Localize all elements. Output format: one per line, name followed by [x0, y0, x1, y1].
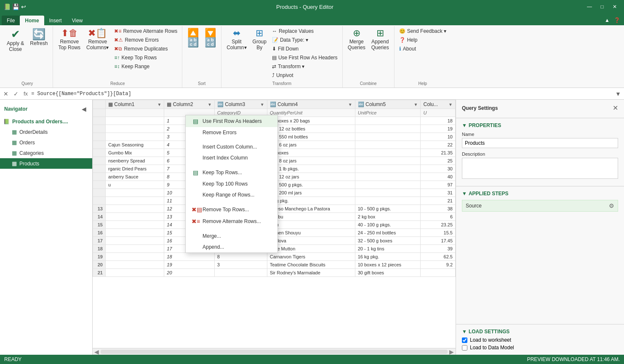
tab-view[interactable]: View	[67, 16, 88, 25]
row-num-17: 19	[93, 253, 106, 261]
refresh-button[interactable]: 🔄 Refresh	[27, 27, 50, 48]
nav-item-categories[interactable]: ▦ Categories	[0, 148, 92, 158]
col-header-6[interactable]: Colu... ▼	[421, 100, 456, 109]
keep-top-rows-button[interactable]: ≡↑ Keep Top Rows	[112, 53, 179, 62]
use-first-row-menu-label: Use First Row As Headers	[203, 118, 262, 124]
menu-merge[interactable]: Merge...	[186, 231, 277, 242]
row-num-16: 18	[93, 245, 106, 253]
menu-insert-index-column[interactable]: Insert Index Column	[186, 152, 277, 163]
nav-item-orderdetails[interactable]: ▦ OrderDetails	[0, 127, 92, 137]
menu-keep-range-rows[interactable]: Keep Range of Rows...	[186, 189, 277, 200]
menu-keep-top-100[interactable]: Keep Top 100 Rows	[186, 178, 277, 189]
qs-desc-textarea[interactable]	[462, 158, 618, 179]
load-worksheet-checkbox[interactable]	[462, 337, 467, 343]
query-group-label: Query	[4, 80, 50, 87]
table-row[interactable]: 19 18 8 Carnarvon Tigers 16 kg pkg. 62.5	[93, 253, 456, 261]
tab-file[interactable]: File	[2, 16, 20, 25]
scroll-left-icon[interactable]: ◀	[94, 348, 99, 355]
unpivot-icon: ⤴	[272, 72, 275, 78]
remove-top-rows-button[interactable]: ⬆🗑 RemoveTop Rows	[56, 27, 83, 52]
remove-duplicates-button[interactable]: ✖⧉ Remove Duplicates	[112, 45, 179, 53]
nav-item-products[interactable]: ▦ Products	[0, 158, 92, 169]
col-header-5[interactable]: 🔤 Column5 ▼	[355, 100, 421, 109]
col4-filter-icon[interactable]: ▼	[348, 102, 352, 107]
col-header-4[interactable]: 🔤 Column4 ▼	[267, 100, 355, 109]
merge-queries-button[interactable]: ⊕ MergeQueries	[345, 27, 368, 52]
nav-group-products-orders[interactable]: 📗 Products and Orders....	[0, 117, 92, 127]
replace-values-button[interactable]: ↔ Replace Values	[270, 27, 340, 35]
group-by-button[interactable]: ⊞ GroupBy	[250, 27, 269, 52]
unpivot-button[interactable]: ⤴ Unpivot	[270, 71, 340, 80]
applied-step-label: Source	[466, 203, 482, 209]
menu-use-first-row[interactable]: ▤ Use First Row As Headers	[186, 115, 277, 127]
reduce-group-content: ⬆🗑 RemoveTop Rows ✖📋 RemoveColumns▾ ✖≡ R…	[56, 27, 179, 80]
quick-access-undo[interactable]: ↩	[21, 3, 26, 10]
menu-remove-errors[interactable]: Remove Errors	[186, 127, 277, 138]
scroll-right-icon[interactable]: ▶	[449, 348, 454, 355]
navigator-collapse-button[interactable]: ◀	[80, 105, 88, 113]
formula-expand-button[interactable]: ▼	[614, 90, 622, 98]
transform-small-buttons: ↔ Replace Values 📝 Data Type: ▾ ⬇ Fill D…	[270, 27, 340, 80]
formula-accept-button[interactable]: ✓	[12, 90, 20, 98]
nav-item-orders[interactable]: ▦ Orders	[0, 137, 92, 148]
remove-errors-button[interactable]: ✖⚠ Remove Errors	[112, 36, 179, 44]
use-first-row-button[interactable]: ▤ Use First Row As Headers	[270, 53, 340, 62]
apply-close-button[interactable]: ✔ Apply &Close	[4, 27, 27, 54]
split-column-button[interactable]: ⬌ SplitColumn▾	[224, 27, 249, 52]
load-data-model-row: Load to Data Model	[462, 345, 618, 351]
collapse-ribbon[interactable]: ▲	[603, 15, 612, 25]
reduce-group-label: Reduce	[56, 80, 179, 87]
applied-step-source[interactable]: Source ⚙	[462, 200, 618, 212]
load-collapse-icon[interactable]: ▼	[462, 329, 467, 335]
subheader-c1	[106, 109, 164, 117]
qs-steps-collapse-icon[interactable]: ▼	[462, 191, 467, 197]
sort-asc-button[interactable]: 🔼🔡	[185, 27, 201, 50]
menu-keep-top-rows[interactable]: ▤ Keep Top Rows...	[186, 167, 277, 178]
menu-append[interactable]: Append...	[186, 242, 277, 252]
menu-insert-custom-column[interactable]: Insert Custom Column...	[186, 141, 277, 152]
table-row[interactable]: 21 20 Sir Rodney's Marmalade 30 gift box…	[93, 269, 456, 277]
col-header-1[interactable]: ▦ Column1 ▼	[106, 100, 164, 109]
formula-input[interactable]	[31, 91, 612, 97]
col3-filter-icon[interactable]: ▼	[260, 102, 264, 107]
quick-access-save[interactable]: 💾	[12, 3, 19, 10]
remove-columns-button[interactable]: ✖📋 RemoveColumns▾	[84, 27, 111, 52]
tab-home[interactable]: Home	[20, 16, 44, 25]
menu-remove-top-rows[interactable]: ✖▤ Remove Top Rows...	[186, 204, 277, 215]
maximize-button[interactable]: □	[596, 1, 608, 13]
col-header-2[interactable]: ▦ Column2 ▼	[164, 100, 215, 109]
col6-filter-icon[interactable]: ▼	[448, 102, 453, 107]
qs-name-input[interactable]	[462, 138, 618, 148]
close-button[interactable]: ✕	[609, 1, 621, 13]
about-button[interactable]: ℹ About	[397, 45, 448, 53]
col5-filter-icon[interactable]: ▼	[414, 102, 418, 107]
minimize-button[interactable]: —	[584, 1, 595, 13]
qs-close-button[interactable]: ✕	[613, 104, 618, 112]
remove-alternate-rows-button[interactable]: ✖≡ Remove Alternate Rows	[112, 27, 179, 35]
table-row[interactable]: 20 19 3 Teatime Chocolate Biscuits 10 bo…	[93, 261, 456, 269]
send-feedback-button[interactable]: 😊 Send Feedback ▾	[397, 27, 448, 35]
row-num-15: 17	[93, 237, 106, 245]
data-type-button[interactable]: 📝 Data Type: ▾	[270, 36, 340, 44]
col2-filter-icon[interactable]: ▼	[208, 102, 212, 107]
fill-down-button[interactable]: ⬇ Fill Down	[270, 45, 340, 53]
cell-c4-18: Teatime Chocolate Biscuits	[267, 261, 355, 269]
append-queries-button[interactable]: ⊞ AppendQueries	[369, 27, 392, 52]
formula-cancel-button[interactable]: ✕	[2, 90, 10, 98]
cell-c6-6: 30	[421, 165, 456, 173]
transform-button[interactable]: ⇄ Transform ▾	[270, 62, 340, 71]
horizontal-scrollbar[interactable]: ◀ ▶	[93, 348, 456, 355]
sort-desc-button[interactable]: 🔽🔡	[202, 27, 219, 50]
qs-collapse-icon[interactable]: ▼	[462, 122, 467, 128]
step-settings-icon[interactable]: ⚙	[609, 202, 614, 209]
cell-c6-15: 17.45	[421, 237, 456, 245]
menu-remove-alternate-rows[interactable]: ✖≡ Remove Alternate Rows...	[186, 215, 277, 227]
remove-top-rows-menu-label: Remove Top Rows...	[203, 207, 249, 213]
tab-insert[interactable]: Insert	[44, 16, 67, 25]
load-data-model-checkbox[interactable]	[462, 345, 467, 351]
col1-filter-icon[interactable]: ▼	[157, 102, 161, 107]
help-button[interactable]: ❓ Help	[397, 36, 448, 44]
help-icon[interactable]: ❓	[612, 15, 622, 25]
col-header-3[interactable]: 🔤 Column3 ▼	[214, 100, 267, 109]
keep-range-button[interactable]: ≡↕ Keep Range	[112, 62, 179, 71]
